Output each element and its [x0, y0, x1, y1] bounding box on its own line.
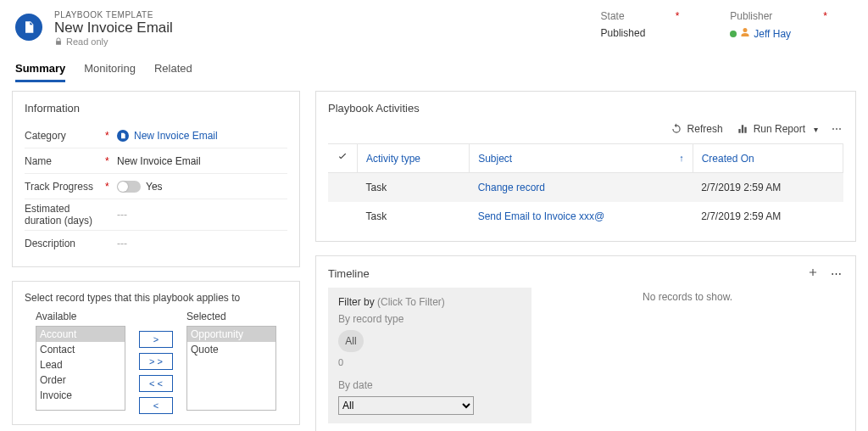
click-to-filter[interactable]: (Click To Filter): [377, 296, 445, 308]
list-item[interactable]: Quote: [187, 342, 275, 357]
filter-count: 0: [338, 357, 521, 367]
duration-label: Estimated duration (days): [25, 203, 105, 227]
information-title: Information: [25, 102, 287, 115]
name-value[interactable]: New Invoice Email: [117, 155, 287, 167]
sort-asc-icon: ↑: [679, 153, 684, 163]
date-filter-select[interactable]: All: [338, 396, 474, 415]
available-label: Available: [36, 311, 125, 322]
category-value[interactable]: New Invoice Email: [117, 130, 287, 142]
add-timeline-button[interactable]: [807, 266, 819, 281]
tab-monitoring[interactable]: Monitoring: [84, 57, 136, 82]
record-supertitle: PLAYBOOK TEMPLATE: [54, 10, 173, 20]
col-created-on[interactable]: Created On: [693, 144, 843, 173]
information-panel: Information Category * New Invoice Email…: [12, 91, 300, 267]
list-item[interactable]: Invoice: [36, 388, 125, 403]
timeline-filter: Filter by (Click To Filter) By record ty…: [328, 288, 531, 423]
duration-value[interactable]: ---: [117, 209, 287, 221]
timeline-panel: Timeline ⋯ Filter by (Click To Filter) B…: [315, 255, 856, 431]
selected-label: Selected: [186, 311, 276, 322]
record-title: New Invoice Email: [54, 20, 173, 36]
filter-all-chip[interactable]: All: [338, 330, 364, 352]
add-button[interactable]: >: [139, 331, 173, 348]
refresh-button[interactable]: Refresh: [670, 123, 723, 135]
activities-panel: Playbook Activities Refresh Run Report ▾…: [315, 91, 856, 242]
lookup-icon: [117, 130, 129, 142]
description-value[interactable]: ---: [117, 238, 287, 249]
table-row[interactable]: Task Change record 2/7/2019 2:59 AM: [328, 173, 843, 203]
run-report-button[interactable]: Run Report ▾: [737, 123, 818, 135]
refresh-icon: [670, 123, 682, 135]
state-label: State*: [601, 10, 680, 22]
tab-related[interactable]: Related: [154, 57, 192, 82]
report-icon: [737, 123, 748, 135]
category-label: Category: [25, 130, 105, 142]
select-all-checkbox[interactable]: [328, 144, 358, 173]
remove-button[interactable]: <: [139, 397, 173, 414]
description-label: Description: [25, 238, 105, 249]
list-item[interactable]: Opportunity: [187, 327, 275, 342]
publisher-value[interactable]: Jeff Hay: [730, 27, 827, 40]
name-label: Name: [25, 155, 105, 167]
list-item[interactable]: Lead: [36, 357, 125, 372]
list-item[interactable]: Contact: [36, 342, 125, 357]
remove-all-button[interactable]: < <: [139, 375, 173, 392]
publisher-label: Publisher*: [730, 10, 827, 22]
table-row[interactable]: Task Send Email to Invoice xxx@ 2/7/2019…: [328, 202, 843, 231]
track-value[interactable]: Yes: [117, 181, 287, 193]
chevron-down-icon: ▾: [814, 125, 818, 134]
timeline-title: Timeline: [328, 267, 370, 280]
activities-grid: Activity type Subject↑ Created On Task C…: [328, 143, 843, 231]
readonly-indicator: Read only: [54, 36, 173, 47]
col-subject[interactable]: Subject↑: [470, 144, 693, 173]
tab-summary[interactable]: Summary: [15, 57, 65, 82]
by-record-label: By record type: [338, 313, 521, 325]
activities-title: Playbook Activities: [328, 102, 843, 115]
track-label: Track Progress: [25, 181, 105, 193]
available-listbox[interactable]: Account Contact Lead Order Invoice: [36, 326, 125, 411]
selected-listbox[interactable]: Opportunity Quote: [186, 326, 276, 411]
list-item[interactable]: Account: [36, 327, 125, 342]
record-types-title: Select record types that this playbook a…: [25, 292, 287, 304]
track-toggle[interactable]: [117, 181, 141, 193]
presence-icon: [730, 31, 737, 37]
more-actions-button[interactable]: ⋯: [832, 123, 843, 135]
list-item[interactable]: Order: [36, 372, 125, 388]
col-activity-type[interactable]: Activity type: [358, 144, 470, 173]
person-icon: [740, 27, 750, 40]
state-value: Published: [601, 27, 680, 39]
no-records-message: No records to show.: [531, 288, 843, 423]
record-type-icon: [15, 14, 42, 41]
tab-bar: Summary Monitoring Related: [0, 57, 868, 82]
timeline-more-button[interactable]: ⋯: [831, 267, 843, 280]
record-types-panel: Select record types that this playbook a…: [12, 281, 300, 425]
by-date-label: By date: [338, 379, 521, 391]
add-all-button[interactable]: > >: [139, 353, 173, 370]
plus-icon: [807, 266, 819, 278]
